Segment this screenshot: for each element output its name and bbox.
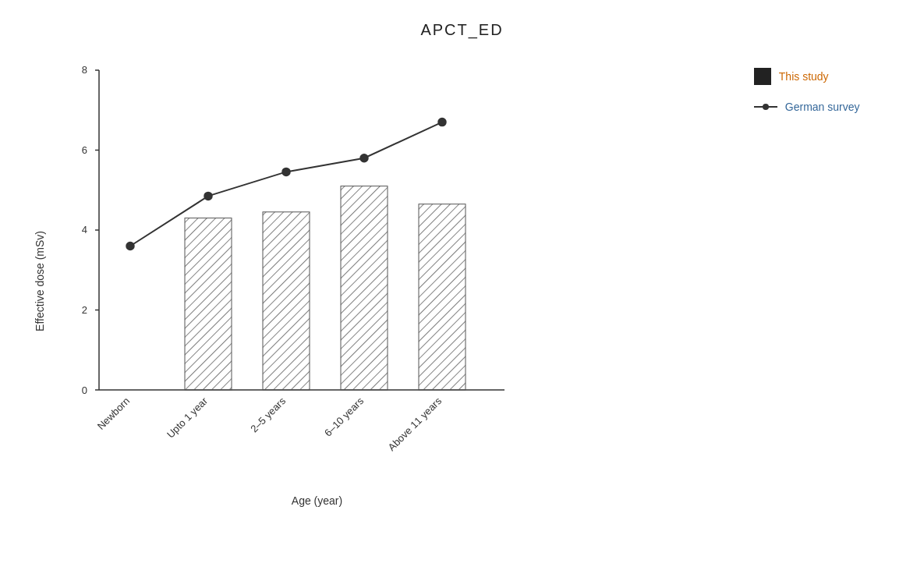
bar-6-10years bbox=[341, 186, 388, 390]
chart-area: Effective dose (mSv) bbox=[34, 47, 891, 468]
line-dot-2-5years bbox=[282, 168, 290, 175]
x-label-upto1year: Upto 1 year bbox=[164, 395, 210, 441]
legend-line-german bbox=[754, 101, 777, 112]
line-dot-upto1year bbox=[204, 192, 212, 200]
legend-label-german-survey: German survey bbox=[785, 101, 860, 113]
y-tick-4: 4 bbox=[81, 224, 87, 236]
y-tick-0: 0 bbox=[81, 384, 87, 396]
legend-box-this-study bbox=[754, 68, 771, 85]
legend-label-this-study: This study bbox=[779, 70, 829, 83]
y-tick-6: 6 bbox=[81, 144, 87, 156]
plot-area: 0 2 4 6 8 bbox=[52, 55, 582, 468]
x-label-2-5years: 2–5 years bbox=[248, 395, 288, 434]
line-dot-above11years bbox=[438, 119, 446, 126]
x-label-above11years: Above 11 years bbox=[385, 395, 444, 453]
legend-item-german-survey: German survey bbox=[754, 101, 860, 113]
x-label-6-10years: 6–10 years bbox=[322, 395, 366, 438]
bar-2-5years bbox=[263, 212, 310, 390]
bar-above11years bbox=[419, 204, 466, 390]
x-label-newborn: Newborn bbox=[94, 395, 131, 432]
chart-container: APCT_ED Effective dose (mSv) bbox=[34, 21, 891, 567]
legend-item-this-study: This study bbox=[754, 68, 860, 85]
chart-svg: 0 2 4 6 8 bbox=[52, 55, 582, 468]
chart-title: APCT_ED bbox=[34, 21, 891, 39]
line-dot-newborn bbox=[126, 243, 134, 250]
x-axis-label: Age (year) bbox=[52, 494, 582, 507]
y-tick-8: 8 bbox=[81, 64, 87, 76]
bar-upto1year bbox=[185, 218, 232, 390]
y-tick-2: 2 bbox=[81, 304, 87, 316]
legend: This study German survey bbox=[754, 68, 860, 113]
y-axis-label: Effective dose (mSv) bbox=[34, 231, 46, 331]
svg-point-7 bbox=[763, 104, 769, 110]
line-dot-6-10years bbox=[360, 154, 368, 162]
